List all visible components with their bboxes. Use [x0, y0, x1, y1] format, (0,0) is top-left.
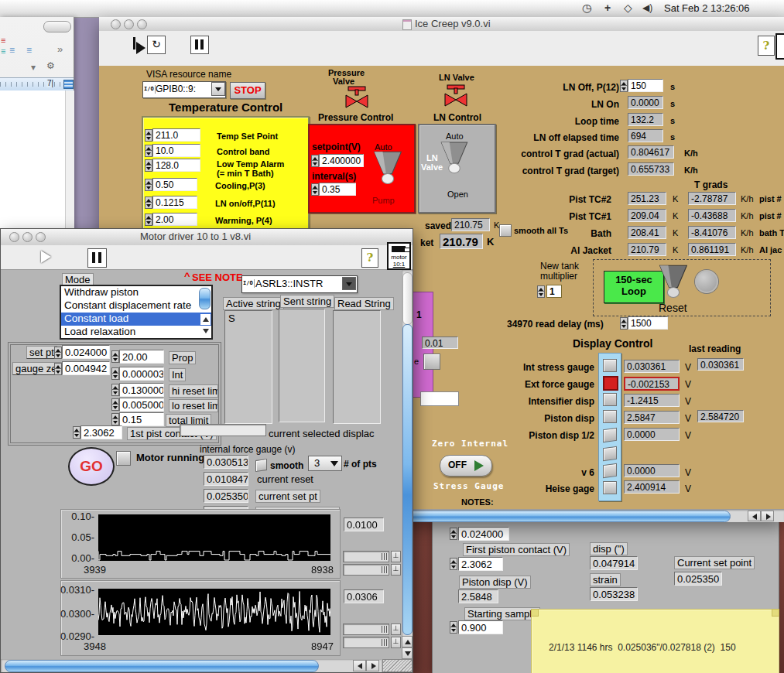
- motor-close-button[interactable]: [9, 232, 19, 242]
- visa-resource-combo[interactable]: I/O GPIB0::9:: [142, 81, 226, 98]
- motor-scroll-down-button[interactable]: [402, 647, 413, 659]
- int-stepper[interactable]: [111, 367, 119, 380]
- ln-onoff-field[interactable]: 0.1215: [152, 196, 197, 209]
- setpoint-field[interactable]: 0.024000: [458, 527, 509, 541]
- temp-set-point-stepper[interactable]: [145, 129, 152, 142]
- disclosure-icon[interactable]: ▾: [31, 62, 36, 73]
- ln-valve-icon[interactable]: [442, 84, 470, 108]
- pressure-setpoint-stepper[interactable]: [311, 155, 319, 167]
- prop-field[interactable]: 20.00: [119, 350, 164, 364]
- warming-stepper[interactable]: [145, 214, 152, 226]
- sent-string-box[interactable]: [279, 309, 325, 422]
- smooth-checkbox[interactable]: [255, 459, 267, 472]
- low-temp-alarm-stepper[interactable]: [145, 159, 152, 172]
- read-delay-field[interactable]: 1500: [628, 316, 668, 330]
- pause-button[interactable]: [190, 36, 209, 54]
- pressure-knob[interactable]: [372, 150, 403, 189]
- chart2-slider-b[interactable]: [343, 637, 389, 648]
- chart1-slider-a[interactable]: [343, 551, 389, 562]
- indent-right-icon[interactable]: ≡: [26, 45, 32, 56]
- prop-stepper[interactable]: [111, 350, 119, 363]
- gear-icon[interactable]: ⚙: [46, 60, 55, 71]
- starting-sample-stepper[interactable]: [450, 621, 457, 634]
- mode-item-load-relaxation[interactable]: Load relaxation: [61, 326, 211, 338]
- temp-set-point-field[interactable]: 211.0: [152, 128, 200, 142]
- gauge-zero-field[interactable]: 0.004942: [62, 361, 110, 375]
- reset-knob[interactable]: [657, 264, 690, 302]
- notes-pane[interactable]: 2/1/13 1146 hrs 0.025036"/0.027818 (2) 1…: [531, 609, 779, 673]
- minimize-button[interactable]: [124, 19, 134, 29]
- motor-pause-button[interactable]: [87, 248, 107, 268]
- read-string-box[interactable]: [333, 310, 381, 424]
- motor-h-scrollbar[interactable]: [1, 659, 382, 672]
- piston-disp-button[interactable]: [603, 410, 617, 423]
- active-string-box[interactable]: S: [224, 310, 272, 424]
- mode-scroll-down[interactable]: [200, 326, 211, 336]
- total-limit-stepper[interactable]: [111, 413, 119, 425]
- stop-button[interactable]: STOP: [230, 82, 265, 99]
- ice-scroll-left-button[interactable]: [748, 511, 761, 521]
- mode-item-withdraw[interactable]: Withdraw piston: [61, 286, 211, 299]
- motor-title-bar[interactable]: Motor driver 10 to 1 v8.vi: [1, 229, 413, 246]
- interval-stepper[interactable]: [311, 183, 319, 196]
- int-stress-gauge-button[interactable]: [603, 359, 617, 372]
- ln-off-stepper[interactable]: [620, 80, 628, 92]
- smooth-all-ts-checkbox[interactable]: [499, 224, 512, 237]
- first-piston-contact-field[interactable]: 2.3062: [458, 557, 503, 571]
- int-field[interactable]: 0.000003: [119, 367, 164, 381]
- motor-minimize-button[interactable]: [22, 232, 33, 242]
- set-pt-stepper[interactable]: [54, 347, 62, 359]
- mode-item-cdr[interactable]: Constant displacement rate: [61, 299, 211, 313]
- ln-onoff-stepper[interactable]: [145, 196, 152, 209]
- ice-title-bar[interactable]: Ice Creep v9.0.vi: [99, 17, 784, 32]
- motor-visa-combo[interactable]: I/O ASRL3::INSTR: [241, 275, 358, 293]
- volume-icon[interactable]: ◀): [642, 2, 652, 13]
- mode-scrollbar-thumb[interactable]: [199, 288, 211, 309]
- pressure-setpoint-field[interactable]: 2.400000: [319, 154, 364, 167]
- setpoint-stepper[interactable]: [450, 528, 457, 540]
- new-tank-stepper[interactable]: [537, 285, 545, 298]
- spotlight-icon[interactable]: ◇: [624, 2, 632, 14]
- toolbar-overflow-chevron[interactable]: »: [57, 43, 63, 55]
- motor-v-scrollbar[interactable]: [402, 270, 413, 636]
- new-tank-field[interactable]: 1: [546, 285, 562, 298]
- indent-left-icon[interactable]: ≡: [9, 45, 15, 56]
- motor-help-button[interactable]: ?: [361, 248, 378, 268]
- motor-run-icon[interactable]: [41, 251, 51, 263]
- starting-sample-field[interactable]: 0.900: [458, 620, 503, 634]
- half-piston-disp-button[interactable]: [603, 428, 617, 443]
- close-button[interactable]: [111, 19, 121, 29]
- lo-reset-field[interactable]: 0.005000: [119, 398, 164, 412]
- chart2-slider-b-button[interactable]: ⊥: [391, 637, 401, 648]
- tab-stop-marker[interactable]: [63, 80, 74, 89]
- go-button[interactable]: GO: [68, 447, 115, 486]
- fragment-button[interactable]: [423, 354, 440, 370]
- ext-force-gauge-button[interactable]: [603, 376, 618, 391]
- control-band-stepper[interactable]: [145, 145, 152, 157]
- reset-indicator-circle[interactable]: [695, 270, 718, 293]
- motor-vi-icon[interactable]: motor 10:1: [387, 242, 411, 270]
- continuous-run-button[interactable]: ↻: [147, 36, 166, 54]
- help-button[interactable]: ?: [758, 36, 775, 56]
- read-delay-stepper[interactable]: [620, 317, 628, 330]
- loop-150-button[interactable]: 150-sec Loop: [604, 271, 664, 303]
- ruler[interactable]: 7|: [0, 77, 74, 91]
- ln-off-field[interactable]: 150: [628, 79, 663, 92]
- chart1-slider-b[interactable]: [343, 564, 389, 576]
- zero-internal-switch[interactable]: OFF: [440, 455, 492, 477]
- pressure-valve-icon[interactable]: [343, 86, 371, 109]
- keyboard-menu-icon[interactable]: +: [604, 2, 611, 14]
- low-temp-alarm-field[interactable]: 128.0: [152, 159, 200, 172]
- chart2-slider-a[interactable]: [343, 623, 389, 635]
- motor-scroll-right-button[interactable]: [366, 660, 379, 671]
- six-v-button[interactable]: [603, 463, 617, 479]
- hi-reset-field[interactable]: 0.130000: [119, 383, 164, 397]
- minimize-pill[interactable]: [43, 21, 71, 32]
- warming-field[interactable]: 2.00: [152, 213, 197, 226]
- hi-reset-stepper[interactable]: [111, 384, 119, 396]
- visa-dropdown-button[interactable]: [211, 82, 225, 96]
- menu-clock[interactable]: Sat Feb 2 13:26:06: [664, 2, 750, 14]
- ice-scroll-right-button[interactable]: [761, 511, 774, 521]
- first-piston-contact-stepper[interactable]: [450, 558, 457, 570]
- time-machine-icon[interactable]: ◷: [582, 2, 591, 14]
